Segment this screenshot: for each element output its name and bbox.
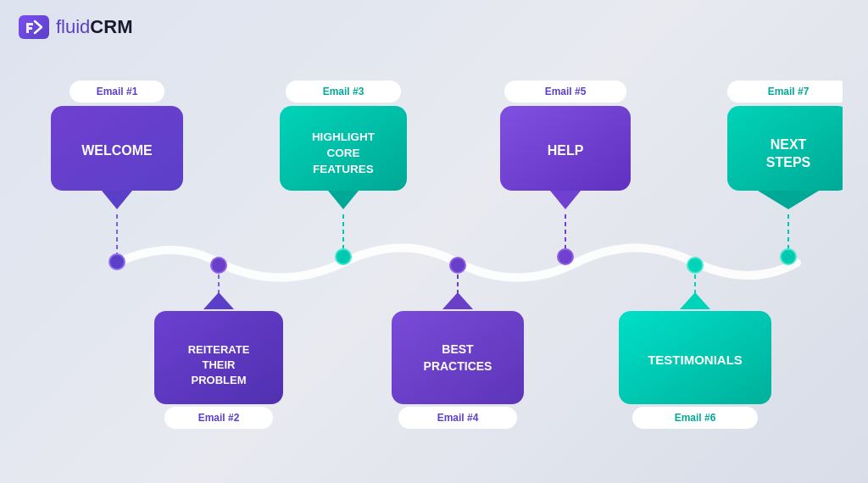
svg-text:PRACTICES: PRACTICES [424,359,492,373]
svg-marker-51 [680,292,710,309]
svg-point-8 [336,249,351,264]
svg-text:Email #3: Email #3 [323,86,364,97]
svg-text:WELCOME: WELCOME [81,143,153,158]
svg-text:Email #6: Email #6 [675,412,716,424]
logo-icon [19,15,49,39]
svg-text:REITERATE: REITERATE [188,343,250,356]
svg-text:HELP: HELP [548,143,584,158]
svg-point-13 [687,258,703,273]
svg-marker-17 [102,191,132,209]
svg-text:BEST: BEST [442,342,474,356]
svg-text:THEIR: THEIR [203,358,236,371]
svg-point-7 [109,254,125,269]
svg-text:STEPS: STEPS [766,155,811,169]
svg-rect-44 [392,311,524,404]
svg-marker-29 [550,191,581,209]
svg-text:HIGHLIGHT: HIGHLIGHT [312,130,376,143]
svg-text:Email #5: Email #5 [545,86,587,97]
logo: fluidCRM [19,15,132,39]
svg-text:NEXT: NEXT [771,137,807,152]
svg-marker-38 [203,292,234,309]
svg-text:Email #2: Email #2 [198,412,240,424]
svg-text:CORE: CORE [326,147,359,159]
svg-text:FEATURES: FEATURES [313,163,374,175]
svg-text:Email #1: Email #1 [97,86,138,97]
svg-text:PROBLEM: PROBLEM [192,374,247,386]
svg-point-10 [781,249,796,264]
svg-text:TESTIMONIALS: TESTIMONIALS [648,353,743,367]
svg-text:Email #4: Email #4 [437,412,479,424]
svg-point-12 [450,258,465,273]
svg-rect-37 [154,311,283,404]
svg-marker-22 [328,191,359,209]
svg-marker-45 [442,292,473,309]
diagram-svg: Email #1 WELCOME Email #3 HIGHLIGHT CORE… [25,64,843,470]
svg-point-11 [211,258,226,273]
svg-text:Email #7: Email #7 [768,86,810,97]
svg-marker-34 [758,191,819,209]
logo-text: fluidCRM [56,16,132,38]
svg-point-9 [558,249,573,264]
